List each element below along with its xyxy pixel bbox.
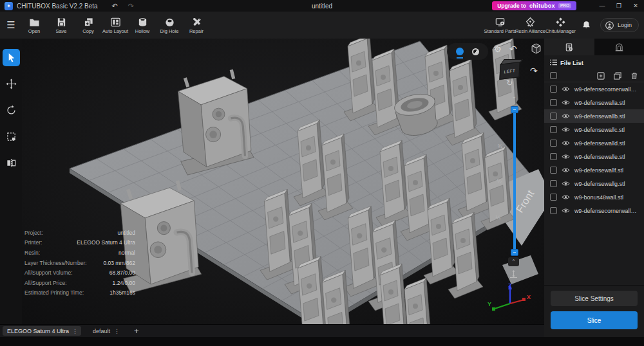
z-clip-upper-handle[interactable] bbox=[511, 106, 518, 113]
row-checkbox[interactable] bbox=[550, 99, 557, 106]
nav-cube-left-face[interactable]: LEFT bbox=[499, 62, 520, 80]
upgrade-pro-button[interactable]: Upgrade to chitubox PRO bbox=[492, 1, 576, 10]
visibility-eye-icon[interactable] bbox=[562, 154, 570, 159]
mirror-tool-button[interactable] bbox=[3, 154, 20, 172]
undo-icon[interactable]: ↶ bbox=[112, 2, 118, 10]
profile-tab[interactable]: default ⋮ bbox=[93, 328, 120, 334]
visibility-eye-icon[interactable] bbox=[562, 208, 570, 214]
visibility-eye-icon[interactable] bbox=[562, 181, 570, 187]
move-tool-button[interactable] bbox=[3, 75, 20, 93]
file-row[interactable]: w9-defensewalld.stl bbox=[544, 136, 644, 150]
list-icon bbox=[550, 59, 557, 66]
duplicate-file-icon[interactable] bbox=[614, 72, 621, 80]
slice-button[interactable]: Slice bbox=[551, 311, 638, 329]
minimize-button[interactable]: — bbox=[594, 0, 611, 12]
file-name: w9-bonus48wall.stl bbox=[574, 194, 623, 201]
axis-gizmo: Z X Y bbox=[487, 282, 533, 318]
standard-parts-button[interactable]: Standard Parts bbox=[485, 17, 515, 34]
tab-file-list[interactable] bbox=[544, 39, 594, 55]
rotate-view-ccw-icon[interactable]: ↶ bbox=[509, 44, 517, 54]
file-row[interactable]: w9-defensecornerwall2... bbox=[544, 82, 644, 96]
copy-button[interactable]: Copy bbox=[75, 17, 102, 34]
resin-alliance-button[interactable]: Resin Alliance bbox=[515, 17, 545, 34]
row-checkbox[interactable] bbox=[550, 153, 557, 160]
navigation-cube[interactable]: LEFT bbox=[500, 59, 524, 81]
render-mode-toggle[interactable] bbox=[447, 43, 488, 60]
perspective-cube-icon[interactable] bbox=[531, 43, 542, 57]
file-row[interactable]: w9-defensecornerwall1... bbox=[544, 204, 644, 217]
viewport-settings-gear-icon[interactable]: ⚙ bbox=[494, 44, 502, 54]
row-checkbox[interactable] bbox=[550, 180, 557, 187]
add-plate-button[interactable]: + bbox=[134, 326, 139, 336]
scale-tool-button[interactable] bbox=[3, 128, 20, 145]
chitumanager-button[interactable]: ChituManager bbox=[545, 17, 576, 34]
open-button[interactable]: Open bbox=[21, 17, 48, 34]
collapse-chevron-icon[interactable]: ⌄ bbox=[511, 93, 516, 100]
file-row[interactable]: w9-defensewallc.stl bbox=[544, 123, 644, 136]
solid-view-icon[interactable] bbox=[456, 48, 464, 55]
mirror-icon bbox=[6, 158, 17, 168]
folder-icon bbox=[29, 17, 40, 28]
rotate-tool-button[interactable] bbox=[3, 102, 20, 119]
tab-printer[interactable] bbox=[594, 39, 644, 55]
file-row[interactable]: w9-defensewalla.stl bbox=[544, 96, 644, 109]
printer-tab[interactable]: ELEGOO Saturn 4 Ultra ⋮ bbox=[3, 326, 81, 336]
file-row[interactable]: w9-bonus48wall.stl bbox=[544, 190, 644, 204]
shaded-view-icon[interactable] bbox=[472, 48, 479, 55]
auto-layout-button[interactable]: Auto Layout bbox=[102, 17, 129, 34]
delete-file-icon[interactable] bbox=[630, 72, 638, 80]
row-checkbox[interactable] bbox=[550, 194, 557, 201]
save-button[interactable]: Save bbox=[48, 17, 75, 34]
row-checkbox[interactable] bbox=[550, 167, 557, 174]
more-vertical-icon[interactable]: ⋮ bbox=[72, 328, 78, 334]
repair-button[interactable]: Repair bbox=[183, 17, 210, 34]
more-vertical-icon[interactable]: ⋮ bbox=[114, 328, 120, 334]
viewport-3d[interactable]: Front bbox=[22, 39, 544, 324]
app-logo-icon: ✦ bbox=[5, 2, 13, 10]
file-row[interactable]: w9-defensewallg.stl bbox=[544, 177, 644, 190]
select-all-checkbox[interactable] bbox=[550, 72, 557, 79]
z-clip-lower-handle[interactable] bbox=[511, 249, 518, 256]
z-clip-slider-track[interactable] bbox=[513, 111, 516, 251]
close-button[interactable]: ✕ bbox=[627, 0, 644, 12]
maximize-button[interactable]: ❐ bbox=[611, 0, 627, 12]
menu-icon[interactable]: ☰ bbox=[1, 19, 21, 31]
select-tool-button[interactable] bbox=[3, 49, 20, 66]
row-checkbox[interactable] bbox=[550, 207, 557, 214]
file-row-selected[interactable]: w9-defensewallb.stl bbox=[544, 109, 644, 123]
file-list-tab-icon bbox=[564, 42, 574, 52]
visibility-eye-icon[interactable] bbox=[562, 100, 570, 105]
title-bar: ✦ CHITUBOX Basic V2.2 Beta ↶ ↷ untitled … bbox=[0, 0, 644, 12]
file-row[interactable]: w9-defensewallf.stl bbox=[544, 163, 644, 177]
file-row[interactable]: w9-defensewalle.stl bbox=[544, 150, 644, 163]
row-checkbox[interactable] bbox=[550, 86, 557, 93]
rotate-cube-icon[interactable]: ↻ bbox=[506, 78, 513, 87]
visibility-eye-icon[interactable] bbox=[562, 86, 570, 92]
rotate-view-cw-icon[interactable]: ↷ bbox=[530, 66, 538, 76]
redo-icon[interactable]: ↷ bbox=[128, 2, 134, 10]
notifications-button[interactable] bbox=[576, 20, 598, 30]
move-icon bbox=[6, 78, 17, 89]
dig-hole-button[interactable]: Dig Hole bbox=[156, 17, 183, 34]
visibility-eye-icon[interactable] bbox=[562, 113, 570, 119]
main-toolbar: ☰ Open Save Copy Auto Layout Hollow Dig … bbox=[0, 12, 644, 39]
chitumanager-icon bbox=[555, 17, 566, 28]
row-checkbox[interactable] bbox=[550, 113, 557, 120]
repair-icon bbox=[191, 17, 202, 28]
rotate-icon bbox=[6, 105, 17, 116]
file-name: w9-defensewallc.stl bbox=[574, 127, 625, 133]
add-file-icon[interactable] bbox=[597, 72, 605, 80]
visibility-eye-icon[interactable] bbox=[562, 194, 570, 200]
visibility-eye-icon[interactable] bbox=[562, 127, 570, 132]
row-checkbox[interactable] bbox=[550, 140, 557, 147]
resin-alliance-icon bbox=[525, 17, 536, 28]
visibility-eye-icon[interactable] bbox=[562, 167, 570, 173]
visibility-eye-icon[interactable] bbox=[562, 140, 570, 146]
login-button[interactable]: Login bbox=[600, 18, 639, 32]
file-name: w9-defensewalla.stl bbox=[574, 100, 625, 106]
z-height-icon[interactable] bbox=[509, 269, 518, 282]
slice-settings-button[interactable]: Slice Settings bbox=[551, 291, 638, 306]
hollow-button[interactable]: Hollow bbox=[129, 17, 156, 34]
slider-expand-button[interactable]: ⌃ bbox=[508, 257, 519, 266]
row-checkbox[interactable] bbox=[550, 126, 557, 133]
